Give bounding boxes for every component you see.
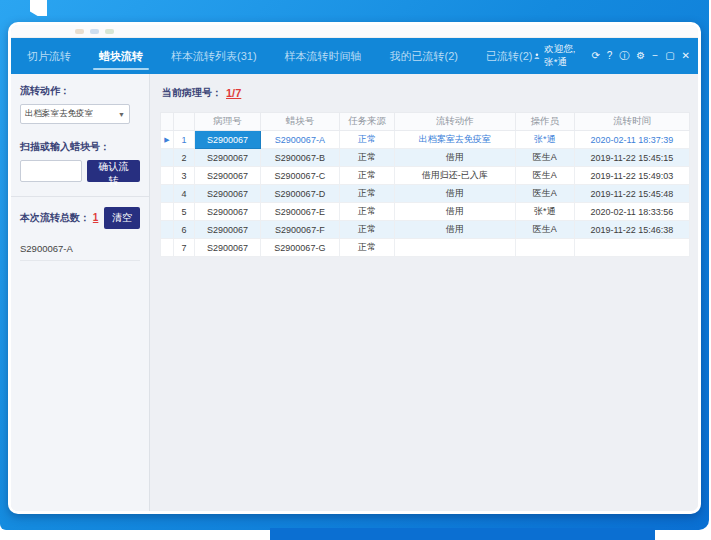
cell-operator[interactable]: 张*通 [515,203,574,221]
cell-action[interactable] [395,239,516,257]
cell-time[interactable] [574,239,689,257]
cell-num[interactable]: 1 [173,131,195,149]
pager-label: 当前病理号： [162,86,222,100]
cell-expander[interactable] [161,167,174,185]
cell-num[interactable]: 3 [173,167,195,185]
cell-block[interactable]: S2900067-G [260,239,339,257]
table-body: ▶1S2900067S2900067-A正常出档案室去免疫室张*通2020-02… [161,131,690,257]
cell-pathology[interactable]: S2900067 [195,149,260,167]
cell-operator[interactable]: 医生A [515,185,574,203]
tab-2[interactable]: 样本流转列表(31) [169,38,259,74]
cell-pathology[interactable]: S2900067 [195,185,260,203]
table-row[interactable]: ▶1S2900067S2900067-A正常出档案室去免疫室张*通2020-02… [161,131,690,149]
column-header: 蜡块号 [260,113,339,131]
cell-num[interactable]: 6 [173,221,195,239]
info-icon[interactable]: ⓘ [619,51,629,61]
window-title-strip [11,25,698,38]
cell-operator[interactable]: 医生A [515,167,574,185]
settings-icon[interactable]: ⚙ [636,51,645,61]
cell-time[interactable]: 2019-11-22 15:45:15 [574,149,689,167]
cell-source[interactable]: 正常 [340,239,395,257]
action-select[interactable]: 出档案室去免疫室 ▼ [20,104,130,124]
cell-operator[interactable] [515,239,574,257]
cell-block[interactable]: S2900067-B [260,149,339,167]
help-icon[interactable]: ? [607,51,613,61]
pager: 当前病理号： 1/7 [162,86,690,100]
user-info[interactable]: 欢迎您, 张*通 [534,43,577,69]
page-background: 切片流转蜡块流转样本流转列表(31)样本流转时间轴我的已流转(2)已流转(2) … [0,0,711,540]
cell-block[interactable]: S2900067-E [260,203,339,221]
pager-value[interactable]: 1/7 [226,87,241,99]
cell-pathology[interactable]: S2900067 [195,131,260,149]
cell-num[interactable]: 2 [173,149,195,167]
tab-0[interactable]: 切片流转 [25,38,73,74]
cell-expander[interactable] [161,185,174,203]
cell-num[interactable]: 5 [173,203,195,221]
cell-time[interactable]: 2019-11-22 15:45:48 [574,185,689,203]
total-count: 1 [93,212,99,223]
cell-expander[interactable] [161,149,174,167]
cell-operator[interactable]: 医生A [515,149,574,167]
cell-action[interactable]: 借用 [395,203,516,221]
cell-operator[interactable]: 医生A [515,221,574,239]
tab-4[interactable]: 我的已流转(2) [388,38,460,74]
cell-expander[interactable] [161,203,174,221]
scanned-item-list: S2900067-A [20,239,140,261]
cell-expander[interactable]: ▶ [161,131,174,149]
refresh-icon[interactable]: ⟳ [591,51,599,61]
scanned-item[interactable]: S2900067-A [20,239,140,261]
cell-action[interactable]: 借用归还-已入库 [395,167,516,185]
table-row[interactable]: 5S2900067S2900067-E正常借用张*通2020-02-11 18:… [161,203,690,221]
cell-block[interactable]: S2900067-D [260,185,339,203]
nav-tabs: 切片流转蜡块流转样本流转列表(31)样本流转时间轴我的已流转(2)已流转(2) [25,38,534,74]
tab-5[interactable]: 已流转(2) [484,38,534,74]
cell-pathology[interactable]: S2900067 [195,239,260,257]
total-row: 本次流转总数： 1 清空 [20,207,140,229]
cell-time[interactable]: 2020-02-11 18:33:56 [574,203,689,221]
tab-1[interactable]: 蜡块流转 [97,38,145,74]
backdrop-bottom-bar [270,528,655,540]
cell-source[interactable]: 正常 [340,185,395,203]
clear-button[interactable]: 清空 [104,207,140,229]
cell-source[interactable]: 正常 [340,203,395,221]
table-row[interactable]: 6S2900067S2900067-F正常借用医生A2019-11-22 15:… [161,221,690,239]
cell-action[interactable]: 借用 [395,149,516,167]
main-panel: 当前病理号： 1/7 病理号蜡块号任务来源流转动作操作员流转时间 ▶1S2900… [150,74,698,511]
block-number-input[interactable] [20,160,82,182]
table-row[interactable]: 3S2900067S2900067-C正常借用归还-已入库医生A2019-11-… [161,167,690,185]
cell-source[interactable]: 正常 [340,167,395,185]
cell-pathology[interactable]: S2900067 [195,167,260,185]
minimize-icon[interactable]: − [652,51,658,61]
cell-time[interactable]: 2020-02-11 18:37:39 [574,131,689,149]
cell-expander[interactable] [161,239,174,257]
cell-action[interactable]: 借用 [395,185,516,203]
cell-source[interactable]: 正常 [340,131,395,149]
cell-block[interactable]: S2900067-A [260,131,339,149]
cell-pathology[interactable]: S2900067 [195,221,260,239]
table-row[interactable]: 2S2900067S2900067-B正常借用医生A2019-11-22 15:… [161,149,690,167]
column-header: 病理号 [195,113,260,131]
column-header [161,113,174,131]
cell-pathology[interactable]: S2900067 [195,203,260,221]
cell-block[interactable]: S2900067-C [260,167,339,185]
table-row[interactable]: 7S2900067S2900067-G正常 [161,239,690,257]
cell-time[interactable]: 2019-11-22 15:49:03 [574,167,689,185]
cell-block[interactable]: S2900067-F [260,221,339,239]
total-label: 本次流转总数： 1 [20,211,98,225]
cell-num[interactable]: 4 [173,185,195,203]
cell-time[interactable]: 2019-11-22 15:46:38 [574,221,689,239]
titlebar-artifact [90,29,99,34]
cell-source[interactable]: 正常 [340,149,395,167]
cell-operator[interactable]: 张*通 [515,131,574,149]
table-row[interactable]: 4S2900067S2900067-D正常借用医生A2019-11-22 15:… [161,185,690,203]
cell-source[interactable]: 正常 [340,221,395,239]
window-controls: ⟳?ⓘ⚙−▢✕ [591,51,690,61]
cell-expander[interactable] [161,221,174,239]
close-icon[interactable]: ✕ [682,51,690,61]
tab-3[interactable]: 样本流转时间轴 [283,38,364,74]
cell-action[interactable]: 出档案室去免疫室 [395,131,516,149]
maximize-icon[interactable]: ▢ [665,51,674,61]
cell-num[interactable]: 7 [173,239,195,257]
confirm-transfer-button[interactable]: 确认流转 [87,160,140,182]
cell-action[interactable]: 借用 [395,221,516,239]
